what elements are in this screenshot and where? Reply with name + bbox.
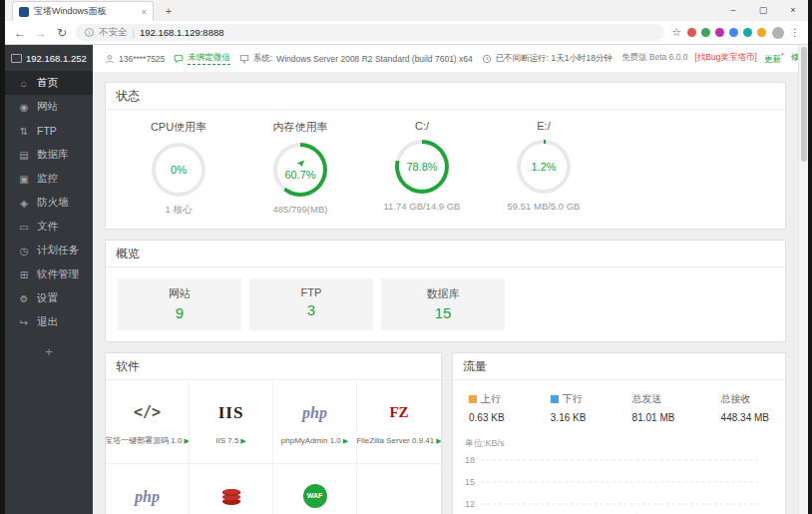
account-number: 136****7525 [119,54,165,64]
gauge-cpu: CPU使用率 0% 1 核心 [118,120,239,217]
extension-blue-icon[interactable] [729,28,738,37]
tab-title: 宝塔Windows面板 [34,5,137,18]
extension-red-icon[interactable] [687,28,696,37]
website-icon: ◉ [18,102,30,113]
overview-label: 网站 [118,286,241,301]
software-item-waf[interactable]: WAF 宝塔IIS防火墙 1.0 [273,464,357,514]
firewall-icon: ◈ [18,198,30,209]
system-value: Windows Server 2008 R2 Standard (build 7… [276,54,473,64]
update-label: 更新 [764,53,781,63]
tab-close-icon[interactable]: × [142,7,147,17]
legend-downstream: 下行 3.16 KB [551,392,587,423]
window-controls: – ▢ × [718,0,808,20]
software-item-iis[interactable]: IIS IIS 7.5 [190,380,273,464]
extension-teal-icon[interactable] [743,28,752,37]
wechat-bind-item[interactable]: 未绑定微信 [174,52,230,65]
sidebar-server-header[interactable]: 192.168.1.252 [5,45,93,71]
sidebar-item-website[interactable]: ◉ 网站 [5,95,93,119]
sidebar-item-label: 监控 [37,172,58,186]
scrollbar-thumb[interactable] [801,47,807,162]
window-close-button[interactable]: × [778,0,808,20]
not-secure-icon[interactable] [85,28,94,37]
filezilla-icon: FZ [389,399,408,427]
repair-link[interactable]: 修复 [791,52,798,64]
back-icon[interactable]: ← [13,26,27,40]
legend-label: 下行 [563,392,583,406]
gauge-ring: 0% [152,143,205,197]
status-panel: 状态 CPU使用率 0% 1 核心 内存使用率 [105,82,786,230]
software-item-phpmyadmin[interactable]: php phpMyAdmin 1.0 [273,380,357,464]
menu-icon[interactable]: ⋮ [790,27,800,38]
sidebar-item-ftp[interactable]: ⇅ FTP [5,119,93,143]
profile-icon[interactable] [772,27,784,39]
legend-color-swatch [551,395,559,403]
sidebar-item-software[interactable]: ⊞ 软件管理 [5,262,93,286]
sidebar-item-database[interactable]: ▤ 数据库 [5,143,93,167]
legend-upstream: 上行 0.63 KB [469,392,505,423]
gauge-sub: 59.51 MB/5.0 GB [483,201,605,212]
software-item-php52[interactable]: php PHP-5.2 [106,464,190,514]
window-maximize-button[interactable]: ▢ [748,0,778,20]
extension-magenta-icon[interactable] [715,28,724,37]
url-input[interactable]: 不安全 | 192.168.1.129:8888 [76,24,664,41]
play-icon[interactable] [240,436,245,445]
gauge-sub: 1 核心 [118,204,239,217]
sidebar-item-logout[interactable]: ↪ 退出 [5,310,93,334]
browser-tab[interactable]: 宝塔Windows面板 × [12,1,154,21]
extension-icons [687,28,766,37]
memory-clean-icon[interactable] [296,159,305,168]
sidebar-item-firewall[interactable]: ◈ 防火墙 [5,191,93,215]
overview-websites[interactable]: 网站 9 [118,278,241,330]
software-item-redis[interactable]: redis 1.0 [190,464,273,514]
uptime-text: 已不间断运行: 1天1小时18分钟 [496,53,612,65]
address-bar: ← → ↻ 不安全 | 192.168.1.129:8888 ☆ ⋮ [5,21,808,45]
bug-reward-link[interactable]: [找Bug奖宝塔币] [695,52,757,64]
overview-panel-title: 概览 [106,241,785,267]
overview-databases[interactable]: 数据库 15 [381,278,505,330]
overview-value: 9 [118,304,241,321]
not-secure-label: 不安全 [99,26,128,39]
gauge-ring: 1.2% [517,140,571,194]
traffic-chart: 1815129 [453,450,785,514]
gauge-sub: 11.74 GB/14.9 GB [361,201,483,212]
software-item-filezilla[interactable]: FZ FileZilla Server 0.9.41 [357,380,441,464]
software-item-empty [357,464,441,514]
extension-green-icon[interactable] [701,28,710,37]
sidebar-item-files[interactable]: ▭ 文件 [5,215,93,239]
wechat-bind-link[interactable]: 未绑定微信 [188,52,230,65]
sidebar-item-cron[interactable]: ◷ 计划任务 [5,239,93,262]
chat-bubble-icon [174,54,184,64]
forward-icon[interactable]: → [34,26,48,40]
sidebar-item-label: FTP [37,125,57,137]
bookmark-star-icon[interactable]: ☆ [671,26,681,39]
refresh-icon[interactable]: ↻ [55,26,69,40]
extension-orange-icon[interactable] [757,28,766,37]
sidebar-item-label: 计划任务 [37,244,79,257]
legend-label: 总接收 [721,392,751,406]
overview-panel: 概览 网站 9 FTP 3 数据库 15 [105,240,786,342]
sidebar-item-settings[interactable]: ⚙ 设置 [5,286,93,310]
sidebar-item-monitor[interactable]: ▣ 监控 [5,167,93,191]
play-icon[interactable] [436,436,441,445]
page-scrollbar[interactable] [798,45,808,514]
gauge-memory: 内存使用率 60.7% 485/799(MB) [239,120,361,217]
account-item[interactable]: 136****7525 [105,54,165,64]
sidebar-item-home[interactable]: ⌂ 首页 [5,71,93,95]
overview-ftp[interactable]: FTP 3 [249,278,373,330]
svg-text:15: 15 [465,477,475,487]
gauge-disk-c: C:/ 78.8% 11.74 GB/14.9 GB [361,120,483,217]
omnibox-separator: | [133,27,135,38]
software-item-deploy[interactable]: </> 宝塔一键部署源码 1.0 [106,380,190,464]
window-minimize-button[interactable]: – [718,0,748,20]
sidebar-add-button[interactable]: + [5,344,93,359]
legend-value: 448.34 MB [721,412,769,423]
traffic-legend: 上行 0.63 KB 下行 3.16 KB 总发送 81.01 MB [453,380,785,423]
home-icon: ⌂ [18,78,30,89]
new-tab-button[interactable]: + [157,3,181,20]
software-grid: </> 宝塔一键部署源码 1.0 IIS IIS 7.5 php phpMyAd… [106,380,441,514]
play-icon[interactable] [343,436,348,445]
gauge-label: C:/ [361,120,483,132]
cron-icon: ◷ [18,246,30,257]
update-link[interactable]: 更新* [764,52,784,66]
software-item-name: 宝塔一键部署源码 1.0 [106,435,190,446]
